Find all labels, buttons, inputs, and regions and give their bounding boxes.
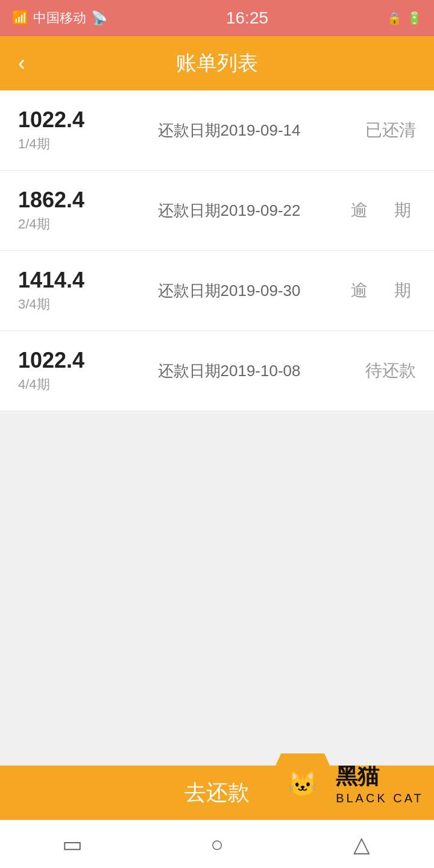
wifi-icon: 📡 bbox=[91, 10, 107, 26]
bill-amount: 1414.4 bbox=[18, 268, 127, 293]
bill-list: 1022.41/4期还款日期2019-09-14已还清1862.42/4期还款日… bbox=[0, 90, 434, 411]
status-bar-time: 16:25 bbox=[226, 8, 268, 28]
watermark-sub-text: BLACK CAT bbox=[336, 791, 424, 805]
bill-status: 逾 期 bbox=[332, 199, 416, 222]
bill-middle: 还款日期2019-10-08 bbox=[127, 360, 332, 382]
bill-period: 2/4期 bbox=[18, 215, 127, 233]
bill-period: 1/4期 bbox=[18, 135, 127, 153]
lock-icon: 🔒 bbox=[387, 11, 402, 25]
watermark-text: 黑猫 BLACK CAT bbox=[336, 762, 424, 805]
bottom-nav: ▭ ○ △ bbox=[0, 820, 434, 868]
pay-button-label: 去还款 bbox=[184, 778, 250, 808]
bill-period: 4/4期 bbox=[18, 376, 127, 394]
carrier-label: 中国移动 bbox=[33, 9, 86, 27]
bill-item[interactable]: 1022.44/4期还款日期2019-10-08待还款 bbox=[0, 331, 434, 411]
square-icon: ▭ bbox=[62, 832, 83, 857]
bill-item[interactable]: 1022.41/4期还款日期2019-09-14已还清 bbox=[0, 90, 434, 171]
back-button[interactable]: ‹ bbox=[12, 45, 31, 82]
watermark: 🐱 黑猫 BLACK CAT bbox=[265, 747, 434, 820]
bill-amount: 1022.4 bbox=[18, 348, 127, 373]
bill-due-date: 还款日期2019-10-08 bbox=[127, 360, 332, 382]
nav-back-button[interactable]: △ bbox=[338, 826, 386, 863]
bill-right: 已还清 bbox=[332, 119, 416, 142]
bill-middle: 还款日期2019-09-14 bbox=[127, 120, 332, 141]
bill-left: 1862.42/4期 bbox=[18, 187, 127, 233]
bill-left: 1022.41/4期 bbox=[18, 107, 127, 153]
nav-home-button[interactable]: ○ bbox=[193, 826, 241, 863]
bill-status: 已还清 bbox=[332, 119, 416, 142]
bill-status: 待还款 bbox=[332, 359, 416, 382]
watermark-main-text: 黑猫 bbox=[336, 762, 424, 791]
bill-right: 逾 期 bbox=[332, 199, 416, 222]
bill-item[interactable]: 1862.42/4期还款日期2019-09-22逾 期 bbox=[0, 171, 434, 251]
bill-due-date: 还款日期2019-09-30 bbox=[127, 280, 332, 301]
status-bar: 📶 中国移动 📡 16:25 🔒 🔋 bbox=[0, 0, 434, 36]
signal-icon: 📶 bbox=[12, 10, 28, 26]
nav-square-button[interactable]: ▭ bbox=[48, 826, 96, 863]
bill-right: 逾 期 bbox=[332, 279, 416, 302]
bill-middle: 还款日期2019-09-30 bbox=[127, 280, 332, 301]
bill-item[interactable]: 1414.43/4期还款日期2019-09-30逾 期 bbox=[0, 251, 434, 331]
bill-due-date: 还款日期2019-09-22 bbox=[127, 200, 332, 221]
bill-right: 待还款 bbox=[332, 359, 416, 382]
page-title: 账单列表 bbox=[176, 49, 258, 77]
bill-amount: 1022.4 bbox=[18, 107, 127, 133]
bill-left: 1414.43/4期 bbox=[18, 268, 127, 313]
cat-face-icon: 🐱 bbox=[288, 770, 318, 798]
circle-icon: ○ bbox=[210, 832, 224, 857]
bill-status: 逾 期 bbox=[332, 279, 416, 302]
bill-middle: 还款日期2019-09-22 bbox=[127, 200, 332, 221]
shield-icon: 🐱 bbox=[275, 753, 330, 814]
battery-icon: 🔋 bbox=[407, 11, 422, 25]
bill-left: 1022.44/4期 bbox=[18, 348, 127, 394]
status-bar-left: 📶 中国移动 📡 bbox=[12, 9, 107, 27]
bill-due-date: 还款日期2019-09-14 bbox=[127, 120, 332, 141]
status-bar-right: 🔒 🔋 bbox=[387, 11, 422, 25]
header: ‹ 账单列表 bbox=[0, 36, 434, 90]
triangle-icon: △ bbox=[353, 832, 370, 857]
bill-amount: 1862.4 bbox=[18, 187, 127, 213]
bill-period: 3/4期 bbox=[18, 295, 127, 313]
